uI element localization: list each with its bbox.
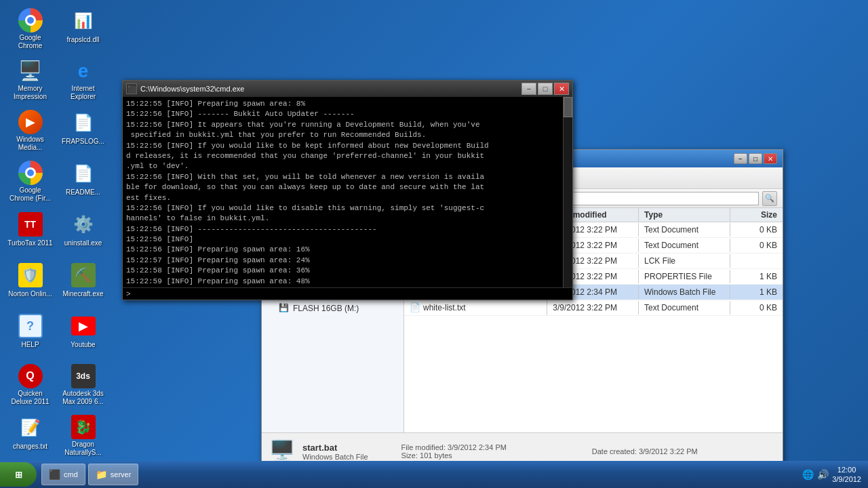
cmd-window: ⬛ C:\Windows\system32\cmd.exe − □ ✕ 15:2…: [122, 80, 573, 300]
desktop-icons-area: Google Chrome 📊 frapslcd.dll 🖥️ Memory I…: [0, 0, 105, 461]
uninstall-label: uninstall.exe: [64, 239, 102, 247]
system-clock[interactable]: 12:00 3/9/2012: [832, 465, 861, 485]
frapslog-label: FRAPSLOG...: [62, 138, 104, 146]
help-label: HELP: [21, 341, 39, 349]
turbotax-label: TurboTax 2011: [7, 239, 52, 247]
memory-label: Memory Impression: [7, 85, 53, 101]
status-filename: start.bat: [302, 443, 395, 453]
explorer-maximize-button[interactable]: □: [749, 153, 762, 164]
youtube-desktop-icon[interactable]: ▶ Youtube: [58, 310, 108, 358]
status-size: Size: 101 bytes: [401, 451, 585, 460]
nav-flash-drive[interactable]: 💾 FLASH 16GB (M:): [262, 301, 403, 316]
windows-media-icon[interactable]: ▶ Windows Media...: [5, 106, 56, 155]
changes-icon[interactable]: 📝 changes.txt: [5, 411, 56, 460]
dragon-label: Dragon NaturallyS...: [60, 441, 106, 457]
changes-label: changes.txt: [13, 443, 47, 451]
search-button[interactable]: 🔍: [762, 191, 777, 206]
autodesk-label: Autodesk 3ds Max 2009 6...: [60, 390, 106, 406]
status-filetype: Windows Batch File: [302, 453, 395, 461]
uninstall-icon[interactable]: ⚙️ uninstall.exe: [58, 208, 108, 256]
cmd-titlebar[interactable]: ⬛ C:\Windows\system32\cmd.exe − □ ✕: [123, 81, 572, 97]
frapslog-icon[interactable]: 📄 FRAPSLOG...: [58, 106, 108, 155]
help-icon[interactable]: ? HELP: [5, 310, 56, 358]
minecraft-label: Minecraft.exe: [62, 290, 103, 298]
taskbar-explorer-label: server: [111, 470, 132, 479]
file-icon: 📄: [410, 302, 420, 313]
turbo-tax-icon[interactable]: TT TurboTax 2011: [5, 208, 56, 256]
cmd-prompt: >: [126, 290, 131, 298]
norton-icon[interactable]: 🛡️ Norton Onlin...: [5, 259, 56, 307]
explorer-minimize-button[interactable]: −: [734, 153, 747, 164]
norton-label: Norton Onlin...: [8, 290, 52, 298]
cmd-title-icon: ⬛: [126, 83, 137, 94]
status-created: Date created: 3/9/2012 3:22 PM: [592, 447, 776, 455]
taskbar-cmd-icon: ⬛: [49, 469, 60, 480]
minecraft-icon[interactable]: ⛏️ Minecraft.exe: [58, 259, 108, 307]
google-chrome-2-label: Google Chrome (Fir...: [7, 186, 53, 203]
cmd-content: 15:22:55 [INFO] Preparing spawn area: 8%…: [123, 97, 572, 287]
start-button[interactable]: ⊞: [0, 462, 37, 487]
taskbar-items: ⬛ cmd 📁 server: [40, 461, 795, 488]
windows-media-label: Windows Media...: [7, 136, 53, 152]
cmd-controls: − □ ✕: [521, 83, 569, 95]
google-chrome-1-icon[interactable]: Google Chrome: [5, 5, 56, 53]
desktop: Google Chrome 📊 frapslcd.dll 🖥️ Memory I…: [0, 0, 868, 488]
ie-label: Internet Explorer: [60, 85, 106, 101]
readme-label: README...: [66, 188, 100, 197]
col-type-header[interactable]: Type: [639, 208, 730, 222]
taskbar-tray: 🌐 🔊 12:00 3/9/2012: [795, 465, 868, 485]
quicken-icon[interactable]: Q Quicken Deluxe 2011: [5, 361, 56, 409]
status-modified: File modified: 3/9/2012 2:34 PM: [401, 443, 585, 451]
flash-drive-icon: 💾: [279, 303, 290, 314]
dragon-icon[interactable]: 🐉 Dragon NaturallyS...: [58, 411, 108, 460]
nav-flash-label: FLASH 16GB (M:): [293, 304, 359, 313]
status-info: start.bat Windows Batch File: [302, 443, 395, 461]
cmd-maximize-button[interactable]: □: [538, 83, 553, 95]
google-chrome-2-icon[interactable]: Google Chrome (Fir...: [5, 157, 56, 205]
cmd-input-line[interactable]: >: [123, 287, 572, 300]
internet-explorer-icon[interactable]: e Internet Explorer: [58, 56, 108, 104]
youtube-label: Youtube: [71, 341, 95, 349]
taskbar-cmd-item[interactable]: ⬛ cmd: [41, 464, 85, 485]
cmd-minimize-button[interactable]: −: [521, 83, 536, 95]
fraps-icon[interactable]: 📊 frapslcd.dll: [58, 5, 108, 53]
quicken-label: Quicken Deluxe 2011: [7, 390, 53, 406]
explorer-controls: − □ ✕: [734, 153, 777, 164]
explorer-close-button[interactable]: ✕: [764, 153, 777, 164]
col-size-header[interactable]: Size: [730, 208, 783, 222]
memory-impression-icon[interactable]: 🖥️ Memory Impression: [5, 56, 56, 104]
cmd-scroll-thumb[interactable]: [564, 97, 572, 117]
autodesk-icon[interactable]: 3ds Autodesk 3ds Max 2009 6...: [58, 361, 108, 409]
cmd-scrollbar[interactable]: [563, 97, 572, 287]
network-tray-icon: 🌐: [802, 469, 814, 480]
sound-tray-icon: 🔊: [817, 469, 829, 480]
taskbar-explorer-icon: 📁: [96, 469, 107, 480]
status-created-area: Date created: 3/9/2012 3:22 PM: [592, 447, 776, 455]
chrome-icon: [17, 7, 44, 33]
table-row[interactable]: 📄white-list.txt 3/9/2012 3:22 PM Text Do…: [404, 300, 783, 316]
google-chrome-1-label: Google Chrome: [7, 34, 53, 50]
cmd-title-text: C:\Windows\system32\cmd.exe: [140, 85, 521, 93]
cmd-close-button[interactable]: ✕: [554, 83, 569, 95]
taskbar: ⊞ ⬛ cmd 📁 server 🌐 🔊 12:00 3/9/2012: [0, 461, 868, 488]
cmd-output: 15:22:55 [INFO] Preparing spawn area: 8%…: [126, 99, 569, 287]
taskbar-cmd-label: cmd: [64, 470, 78, 479]
status-meta-area: File modified: 3/9/2012 2:34 PM Size: 10…: [401, 443, 585, 460]
taskbar-explorer-item[interactable]: 📁 server: [88, 464, 139, 485]
readme-icon[interactable]: 📄 README...: [58, 157, 108, 205]
fraps-label: frapslcd.dll: [67, 36, 100, 44]
